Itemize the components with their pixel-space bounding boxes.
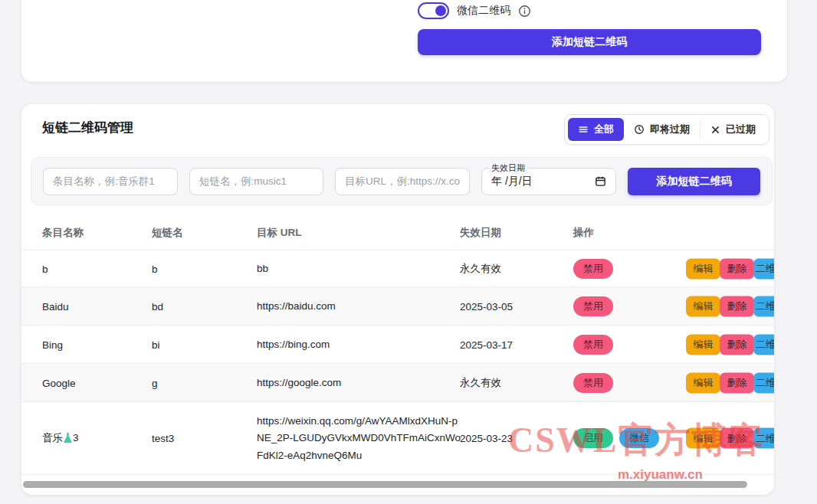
add-qrcode-card: 微信二维码 添加短链二维码 <box>21 0 787 82</box>
expiry-date: 2025-03-17 <box>460 339 571 350</box>
column-header: 条目名称 <box>42 226 149 240</box>
wechat-toggle-label: 微信二维码 <box>457 4 510 18</box>
entry-name: b <box>42 263 149 274</box>
status-badges: 启用微信 <box>573 428 684 448</box>
expiry-date-field: 失效日期 年 /月/日 <box>481 168 616 195</box>
edit-button[interactable]: 编辑 <box>686 428 720 449</box>
short-name: bd <box>152 300 251 312</box>
filter-tab-expiring[interactable]: 即将过期 <box>624 118 700 141</box>
horizontal-scrollbar-thumb[interactable] <box>23 481 747 488</box>
target-url: bb <box>257 260 464 277</box>
target-url-input[interactable] <box>335 168 470 195</box>
qrcode-button[interactable]: 二维码 <box>753 258 774 279</box>
clock-icon <box>634 124 645 135</box>
row-actions: 编辑删除二维码 <box>686 296 774 316</box>
column-header: 失效日期 <box>460 226 571 240</box>
column-header: 目标 URL <box>257 224 464 241</box>
table-body: bbbb永久有效禁用编辑删除二维码Baidubdhttps://baidu.co… <box>21 250 774 475</box>
list-icon <box>578 124 589 135</box>
entry-name: Bing <box>42 339 149 350</box>
row-actions: 编辑删除二维码 <box>686 334 774 355</box>
filter-tab-expired[interactable]: 已过期 <box>700 118 766 141</box>
short-name: b <box>152 263 251 274</box>
target-url: https://baidu.com <box>257 297 464 314</box>
status-badge[interactable]: 禁用 <box>573 335 613 355</box>
flask-emoji <box>64 433 72 443</box>
entry-name: 音乐3 <box>42 431 149 445</box>
column-header: 操作 <box>573 226 684 240</box>
short-name: bi <box>152 339 251 350</box>
slug-input[interactable] <box>189 168 323 195</box>
filter-tab-group: 全部即将过期已过期 <box>564 114 769 145</box>
status-badge[interactable]: 禁用 <box>573 373 613 393</box>
table-row: Googleghttps://google.com永久有效禁用编辑删除二维码 <box>21 364 774 402</box>
calendar-icon[interactable] <box>595 175 606 187</box>
qrcode-button[interactable]: 二维码 <box>753 334 774 355</box>
edit-button[interactable]: 编辑 <box>686 296 720 316</box>
expiry-date: 永久有效 <box>460 262 571 276</box>
expiry-date: 2025-03-23 <box>460 433 571 444</box>
expiry-date-label: 失效日期 <box>488 162 528 174</box>
delete-button[interactable]: 删除 <box>720 334 754 355</box>
target-url: https://weixin.qq.com/g/AwYAAMlxdXHuN-pN… <box>257 413 464 464</box>
row-actions: 编辑删除二维码 <box>686 258 774 279</box>
wechat-toggle-row: 微信二维码 <box>418 2 531 19</box>
qrcode-button[interactable]: 二维码 <box>753 296 774 316</box>
toggle-knob <box>435 5 446 16</box>
x-icon <box>710 125 720 135</box>
expiry-date: 2025-03-05 <box>460 300 571 312</box>
status-badge[interactable]: 启用 <box>573 428 613 448</box>
add-shortlink-qrcode-submit-button[interactable]: 添加短链二维码 <box>628 168 760 195</box>
status-badges: 禁用 <box>573 296 684 316</box>
table-row: bbbb永久有效禁用编辑删除二维码 <box>21 250 774 287</box>
entry-name: Baidu <box>42 300 149 312</box>
shortlink-table-viewport: 条目名称短链名目标 URL失效日期操作 bbbb永久有效禁用编辑删除二维码Bai… <box>21 216 774 478</box>
shortlink-table: 条目名称短链名目标 URL失效日期操作 bbbb永久有效禁用编辑删除二维码Bai… <box>21 216 774 475</box>
status-badge[interactable]: 禁用 <box>573 296 613 316</box>
status-badges: 禁用 <box>573 373 684 393</box>
qrcode-button[interactable]: 二维码 <box>753 428 774 449</box>
short-name: g <box>152 377 251 388</box>
add-entry-panel: 失效日期 年 /月/日 添加短链二维码 <box>31 157 773 205</box>
qrcode-button[interactable]: 二维码 <box>753 372 774 393</box>
date-placeholder-value: 年 /月/日 <box>491 175 533 188</box>
filter-tab-label: 全部 <box>594 123 614 136</box>
table-header-row: 条目名称短链名目标 URL失效日期操作 <box>21 216 774 250</box>
delete-button[interactable]: 删除 <box>720 428 754 449</box>
wechat-qrcode-toggle[interactable] <box>418 2 449 19</box>
edit-button[interactable]: 编辑 <box>686 372 720 393</box>
expiry-date: 永久有效 <box>460 376 571 390</box>
page-title: 短链二维码管理 <box>42 119 133 136</box>
status-badge[interactable]: 禁用 <box>573 259 613 279</box>
status-badges: 禁用 <box>573 335 684 355</box>
entry-name-input[interactable] <box>43 168 178 195</box>
delete-button[interactable]: 删除 <box>720 258 754 279</box>
edit-button[interactable]: 编辑 <box>686 258 720 279</box>
filter-tab-all[interactable]: 全部 <box>568 118 624 141</box>
table-row: Bingbihttps://bing.com2025-03-17禁用编辑删除二维… <box>21 326 774 364</box>
filter-tab-label: 已过期 <box>726 123 756 136</box>
status-badge[interactable]: 微信 <box>619 428 659 448</box>
column-header: 短链名 <box>152 226 251 240</box>
delete-button[interactable]: 删除 <box>720 296 754 316</box>
filter-tab-label: 即将过期 <box>650 123 690 136</box>
row-actions: 编辑删除二维码 <box>686 428 774 449</box>
edit-button[interactable]: 编辑 <box>686 334 720 355</box>
table-row: Baidubdhttps://baidu.com2025-03-05禁用编辑删除… <box>21 287 774 326</box>
status-badges: 禁用 <box>573 259 684 279</box>
shortlink-manager-card: 短链二维码管理 全部即将过期已过期 失效日期 年 /月/日 添加短链二维码 条目… <box>21 104 774 495</box>
table-row: 音乐3test3https://weixin.qq.com/g/AwYAAMlx… <box>21 402 774 475</box>
entry-name: Google <box>42 377 149 388</box>
add-shortlink-qrcode-button[interactable]: 添加短链二维码 <box>418 29 761 55</box>
short-name: test3 <box>152 433 251 444</box>
target-url: https://bing.com <box>257 335 464 352</box>
target-url: https://google.com <box>257 374 464 391</box>
row-actions: 编辑删除二维码 <box>686 372 774 393</box>
delete-button[interactable]: 删除 <box>720 372 754 393</box>
info-icon[interactable] <box>518 5 531 18</box>
